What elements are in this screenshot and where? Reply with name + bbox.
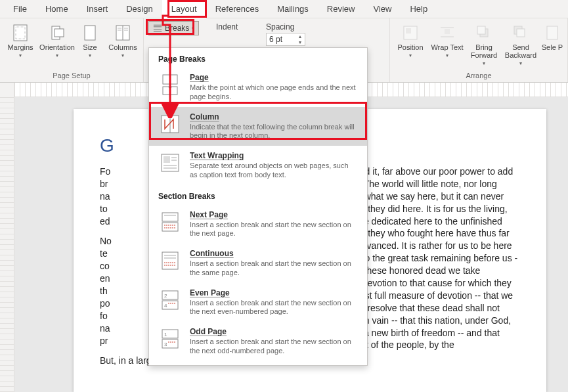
size-icon bbox=[81, 24, 99, 42]
menu-view[interactable]: View bbox=[364, 0, 401, 18]
stepper-down-icon[interactable]: ▼ bbox=[295, 39, 305, 45]
bring-forward-button[interactable]: Bring Forward▾ bbox=[468, 21, 500, 67]
chevron-down-icon: ▾ bbox=[89, 53, 91, 58]
menu-file[interactable]: File bbox=[4, 0, 36, 18]
svg-rect-2 bbox=[154, 30, 162, 30]
break-column-desc: Indicate that the text following the col… bbox=[190, 123, 358, 141]
svg-rect-23 bbox=[517, 29, 525, 37]
group-page-setup: Margins ▾ Orientation ▾ Size ▾ Columns ▾… bbox=[0, 18, 144, 82]
svg-rect-36 bbox=[162, 213, 178, 221]
columns-icon bbox=[114, 24, 132, 42]
break-oddpage-desc: Insert a section break and start the new… bbox=[190, 338, 358, 356]
menu-layout[interactable]: Layout bbox=[162, 0, 206, 18]
menu-mailings[interactable]: Mailings bbox=[268, 0, 318, 18]
menu-references[interactable]: References bbox=[206, 0, 268, 18]
page-breaks-heading: Page Breaks bbox=[149, 48, 367, 68]
break-continuous-desc: Insert a section break and start the new… bbox=[190, 259, 358, 278]
ribbon: Breaks ▾ Margins ▾ Orientation ▾ Size ▾ bbox=[0, 18, 568, 83]
svg-rect-0 bbox=[154, 25, 162, 26]
menu-home[interactable]: Home bbox=[36, 0, 77, 18]
svg-text:4: 4 bbox=[164, 303, 167, 309]
chevron-down-icon: ▾ bbox=[121, 53, 124, 58]
menu-help[interactable]: Help bbox=[401, 0, 437, 18]
group-label-arrange: Arrange bbox=[390, 70, 567, 82]
evenpage-break-icon: 24 bbox=[158, 288, 182, 312]
break-page-item[interactable]: PageMark the point at which one page end… bbox=[149, 68, 367, 107]
break-evenpage-title: Even Page bbox=[190, 288, 358, 297]
break-column-item[interactable]: ColumnIndicate that the text following t… bbox=[149, 107, 367, 146]
break-textwrap-item[interactable]: Text WrappingSeparate text around object… bbox=[149, 146, 367, 185]
svg-rect-31 bbox=[164, 156, 170, 163]
wrap-text-label: Wrap Text bbox=[431, 43, 463, 51]
column-break-icon bbox=[158, 112, 182, 136]
size-button[interactable]: Size ▾ bbox=[77, 21, 102, 67]
break-textwrap-desc: Separate text around objects on web page… bbox=[190, 162, 358, 180]
menu-insert[interactable]: Insert bbox=[77, 0, 118, 18]
group-arrange: Position▾ Wrap Text▾ Bring Forward▾ Send… bbox=[390, 18, 568, 82]
spacing-before-value: 6 pt bbox=[269, 35, 282, 44]
margins-button[interactable]: Margins ▾ bbox=[4, 21, 37, 67]
menu-review[interactable]: Review bbox=[318, 0, 364, 18]
svg-rect-7 bbox=[55, 29, 64, 37]
break-continuous-item[interactable]: ContinuousInsert a section break and sta… bbox=[149, 244, 367, 283]
break-page-title: Page bbox=[190, 73, 358, 82]
svg-text:2: 2 bbox=[164, 293, 167, 299]
svg-rect-1 bbox=[154, 26, 162, 27]
spacing-before-input[interactable]: 6 pt ▲▼ bbox=[266, 33, 305, 46]
svg-text:1: 1 bbox=[164, 332, 167, 338]
breaks-dropdown: Page Breaks PageMark the point at which … bbox=[148, 47, 368, 366]
svg-text:3: 3 bbox=[164, 341, 167, 347]
break-column-title: Column bbox=[190, 112, 358, 121]
break-nextpage-item[interactable]: Next PageInsert a section break and star… bbox=[149, 205, 367, 244]
margins-icon bbox=[11, 24, 30, 42]
left-p1: Fo br na to ed bbox=[100, 165, 113, 227]
svg-rect-8 bbox=[85, 26, 95, 40]
chevron-down-icon: ▾ bbox=[56, 53, 58, 58]
size-label: Size bbox=[83, 43, 97, 51]
selection-label: Sele P bbox=[542, 43, 563, 51]
break-textwrap-title: Text Wrapping bbox=[190, 151, 358, 160]
wrap-text-icon bbox=[438, 24, 456, 42]
margins-label: Margins bbox=[7, 43, 33, 51]
break-nextpage-desc: Insert a section break and start the new… bbox=[190, 221, 358, 239]
orientation-button[interactable]: Orientation ▾ bbox=[41, 21, 74, 67]
position-icon bbox=[401, 24, 420, 42]
menu-bar: File Home Insert Design Layout Reference… bbox=[0, 0, 568, 18]
columns-button[interactable]: Columns ▾ bbox=[106, 21, 139, 67]
left-p2: No te co en th po fo na pr bbox=[100, 235, 113, 347]
stepper-up-icon[interactable]: ▲ bbox=[295, 33, 305, 39]
vertical-ruler[interactable] bbox=[0, 97, 14, 392]
breaks-icon bbox=[153, 24, 162, 33]
indent-label: Indent bbox=[216, 22, 262, 32]
continuous-break-icon bbox=[158, 249, 182, 272]
ruler-corner bbox=[0, 83, 14, 97]
wrap-text-button[interactable]: Wrap Text▾ bbox=[431, 21, 464, 67]
menu-design[interactable]: Design bbox=[117, 0, 162, 18]
chevron-down-icon: ▾ bbox=[192, 26, 194, 32]
break-page-desc: Mark the point at which one page ends an… bbox=[190, 83, 358, 102]
oddpage-break-icon: 13 bbox=[158, 327, 182, 351]
breaks-button[interactable]: Breaks ▾ bbox=[148, 21, 199, 35]
selection-pane-button[interactable]: Sele P bbox=[541, 21, 563, 67]
svg-rect-21 bbox=[477, 26, 485, 34]
bring-forward-icon bbox=[475, 24, 493, 42]
break-oddpage-title: Odd Page bbox=[190, 327, 358, 336]
orientation-label: Orientation bbox=[39, 43, 75, 51]
break-oddpage-item[interactable]: 13 Odd PageInsert a section break and st… bbox=[149, 322, 367, 361]
orientation-icon bbox=[48, 24, 66, 42]
breaks-label: Breaks bbox=[165, 24, 189, 33]
break-evenpage-item[interactable]: 24 Even PageInsert a section break and s… bbox=[149, 283, 367, 322]
selection-icon bbox=[543, 24, 561, 42]
break-nextpage-title: Next Page bbox=[190, 210, 358, 219]
spacing-label: Spacing bbox=[266, 22, 364, 32]
nextpage-break-icon bbox=[158, 210, 182, 234]
textwrap-break-icon bbox=[158, 151, 182, 175]
send-backward-icon bbox=[512, 24, 530, 42]
send-backward-button[interactable]: Send Backward▾ bbox=[504, 21, 537, 67]
chevron-down-icon: ▾ bbox=[19, 53, 22, 58]
page-break-icon bbox=[158, 73, 182, 97]
break-evenpage-desc: Insert a section break and start the new… bbox=[190, 299, 358, 317]
svg-rect-16 bbox=[406, 28, 411, 33]
svg-rect-41 bbox=[162, 252, 178, 269]
position-button[interactable]: Position▾ bbox=[394, 21, 427, 67]
